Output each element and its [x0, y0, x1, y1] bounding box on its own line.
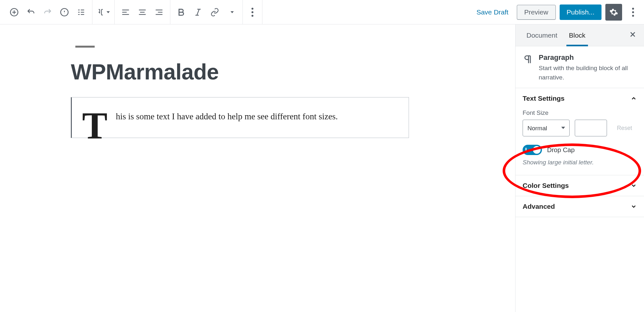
chevron-down-icon [630, 203, 637, 210]
svg-point-5 [64, 14, 64, 14]
publish-button[interactable]: Publish... [560, 5, 601, 20]
paragraph-block[interactable]: T his is some text I have added to help … [71, 97, 409, 138]
more-vertical-icon [251, 8, 253, 17]
section-title: Color Settings [523, 182, 569, 189]
redo-button [39, 4, 56, 21]
add-block-button[interactable] [6, 4, 23, 21]
svg-line-23 [197, 9, 199, 15]
text-settings-section: Text Settings Font Size Normal Reset Dro… [516, 88, 644, 175]
gear-icon [609, 8, 618, 17]
settings-sidebar: Document Block Paragraph Start with the … [515, 24, 644, 312]
drop-cap-help-text: Showing large initial letter. [523, 159, 637, 166]
post-title[interactable]: WPMarmalade [71, 59, 409, 84]
reset-font-size-button[interactable]: Reset [612, 121, 637, 135]
close-sidebar-button[interactable] [627, 28, 639, 43]
theme-accent-bar [75, 46, 95, 48]
block-navigation-button[interactable] [73, 4, 90, 21]
drop-cap-toggle[interactable] [523, 145, 542, 155]
save-draft-button[interactable]: Save Draft [472, 6, 513, 19]
content-structure-button[interactable] [56, 4, 73, 21]
advanced-toggle[interactable]: Advanced [523, 203, 637, 210]
paragraph-text: his is some text I have added to help me… [116, 112, 338, 121]
link-button[interactable] [206, 4, 223, 21]
drop-cap-label: Drop Cap [547, 146, 575, 154]
block-type-title: Paragraph [539, 53, 637, 62]
more-rich-text-button[interactable] [223, 4, 240, 21]
align-left-button[interactable] [117, 4, 134, 21]
font-size-label: Font Size [523, 109, 637, 116]
section-title: Text Settings [523, 95, 564, 102]
block-type-description: Start with the building block of all nar… [539, 64, 637, 82]
tab-block[interactable]: Block [563, 24, 591, 46]
font-size-select[interactable]: Normal [523, 120, 570, 136]
more-vertical-icon [632, 8, 634, 17]
preview-button[interactable]: Preview [517, 5, 556, 20]
chevron-up-icon [630, 95, 637, 102]
paragraph-icon [523, 54, 534, 65]
undo-button[interactable] [23, 4, 39, 21]
align-right-button[interactable] [151, 4, 167, 21]
chevron-down-icon [630, 182, 637, 189]
bold-button[interactable] [173, 4, 190, 21]
editor-canvas[interactable]: WPMarmalade T his is some text I have ad… [0, 24, 515, 312]
settings-toggle-button[interactable] [605, 4, 622, 21]
text-settings-toggle[interactable]: Text Settings [523, 95, 637, 102]
color-settings-section: Color Settings [516, 175, 644, 196]
block-more-options-button[interactable] [245, 4, 260, 21]
section-title: Advanced [523, 203, 555, 210]
drop-cap-letter: T [82, 110, 108, 142]
editor-toolbar: Save Draft Preview Publish... [0, 0, 644, 24]
color-settings-toggle[interactable]: Color Settings [523, 182, 637, 189]
caret-down-icon [231, 11, 234, 13]
change-block-type-button[interactable] [95, 4, 112, 21]
align-center-button[interactable] [134, 4, 151, 21]
advanced-section: Advanced [516, 196, 644, 217]
custom-font-size-input[interactable] [575, 120, 607, 136]
italic-button[interactable] [190, 4, 206, 21]
close-icon [629, 31, 636, 38]
tab-document[interactable]: Document [521, 24, 563, 46]
block-description-panel: Paragraph Start with the building block … [516, 46, 644, 88]
editor-more-menu-button[interactable] [626, 4, 640, 21]
caret-down-icon [107, 11, 110, 13]
